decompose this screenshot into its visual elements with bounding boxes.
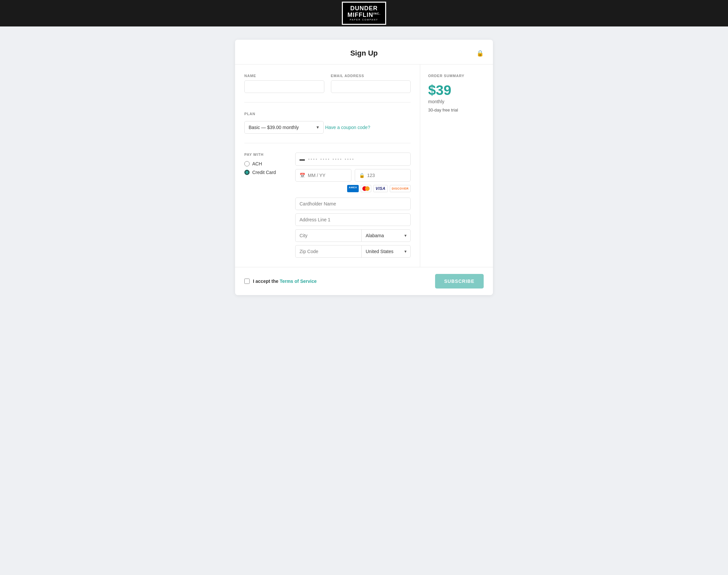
ach-option[interactable]: ACH xyxy=(244,161,287,166)
form-footer: I accept the Terms of Service SUBSCRIBE xyxy=(235,267,493,295)
card-number-row: ▬ •••• •••• •••• •••• xyxy=(295,153,411,166)
city-input[interactable] xyxy=(295,229,361,242)
payment-fields: ▬ •••• •••• •••• •••• 📅 🔒 xyxy=(295,153,411,258)
card-number-placeholder: •••• •••• •••• •••• xyxy=(308,157,355,162)
ach-label: ACH xyxy=(252,161,262,166)
discover-logo: DISCOVER xyxy=(390,185,411,192)
terms-link[interactable]: Terms of Service xyxy=(280,278,317,284)
card-logos-row: AMEX VISA DISCOVER xyxy=(295,185,411,192)
pay-section: PAY WITH ACH Credit Card ▬ xyxy=(244,153,411,258)
order-summary-panel: ORDER SUMMARY $39 monthly 30-day free tr… xyxy=(420,65,493,267)
cardholder-name-input[interactable] xyxy=(295,198,411,210)
pay-options: PAY WITH ACH Credit Card xyxy=(244,153,287,258)
logo-line2: MIFFLININC. xyxy=(348,12,380,19)
visa-logo: VISA xyxy=(373,185,388,192)
name-email-row: NAME EMAIL ADDRESS xyxy=(244,74,411,103)
ach-radio[interactable] xyxy=(244,161,250,166)
lock-small-icon: 🔒 xyxy=(359,173,365,178)
terms-text: I accept the Terms of Service xyxy=(253,278,317,284)
zip-country-row: United States Canada United Kingdom ▼ xyxy=(295,245,411,258)
expiry-field: 📅 xyxy=(295,169,352,182)
zip-input[interactable] xyxy=(295,245,361,258)
expiry-input[interactable] xyxy=(308,173,347,178)
mc-right-circle xyxy=(365,186,370,191)
amex-logo: AMEX xyxy=(347,185,359,192)
free-trial-text: 30-day free trial xyxy=(428,107,485,112)
terms-row: I accept the Terms of Service xyxy=(244,278,317,284)
mastercard-logo xyxy=(361,185,371,192)
expiry-cvv-row: 📅 🔒 xyxy=(295,169,411,182)
name-input[interactable] xyxy=(244,80,324,93)
form-header: Sign Up 🔒 xyxy=(235,40,493,65)
country-select-wrapper: United States Canada United Kingdom ▼ xyxy=(361,245,411,258)
billing-fields: Alabama Alaska Arizona California ▼ xyxy=(295,198,411,258)
email-field-group: EMAIL ADDRESS xyxy=(331,74,411,93)
terms-checkbox[interactable] xyxy=(244,278,250,284)
cvv-field: 🔒 xyxy=(355,169,411,182)
credit-card-radio[interactable] xyxy=(244,170,250,175)
name-field-group: NAME xyxy=(244,74,324,93)
top-bar: DUNDER MIFFLININC. PAPER COMPANY xyxy=(0,0,728,27)
calendar-icon: 📅 xyxy=(299,173,305,178)
credit-card-option[interactable]: Credit Card xyxy=(244,170,287,175)
lock-icon: 🔒 xyxy=(476,49,484,57)
address-input[interactable] xyxy=(295,213,411,226)
name-label: NAME xyxy=(244,74,324,78)
state-select-wrapper: Alabama Alaska Arizona California ▼ xyxy=(361,229,411,242)
card-icon: ▬ xyxy=(299,156,305,162)
email-label: EMAIL ADDRESS xyxy=(331,74,411,78)
cvv-input[interactable] xyxy=(367,173,407,178)
form-body: NAME EMAIL ADDRESS PLAN Basic — $39.00 m… xyxy=(235,65,493,267)
plan-select[interactable]: Basic — $39.00 monthly Professional — $7… xyxy=(244,121,324,134)
credit-card-label: Credit Card xyxy=(252,170,276,175)
form-left: NAME EMAIL ADDRESS PLAN Basic — $39.00 m… xyxy=(235,65,420,267)
logo: DUNDER MIFFLININC. PAPER COMPANY xyxy=(342,2,386,25)
plan-label: PLAN xyxy=(244,112,411,116)
email-input[interactable] xyxy=(331,80,411,93)
pay-with-label: PAY WITH xyxy=(244,153,287,157)
plan-section: PLAN Basic — $39.00 monthly Professional… xyxy=(244,112,411,143)
signup-card: Sign Up 🔒 NAME EMAIL ADDRESS xyxy=(235,40,493,295)
form-title: Sign Up xyxy=(350,49,377,58)
order-summary-label: ORDER SUMMARY xyxy=(428,74,485,78)
city-state-row: Alabama Alaska Arizona California ▼ xyxy=(295,229,411,242)
plan-select-wrapper: Basic — $39.00 monthly Professional — $7… xyxy=(244,121,324,134)
country-select[interactable]: United States Canada United Kingdom xyxy=(361,245,411,258)
logo-line1: DUNDER xyxy=(348,5,380,12)
logo-sub: PAPER COMPANY xyxy=(348,19,380,21)
price-frequency: monthly xyxy=(428,99,485,104)
state-select[interactable]: Alabama Alaska Arizona California xyxy=(361,229,411,242)
page-content: Sign Up 🔒 NAME EMAIL ADDRESS xyxy=(0,27,728,308)
subscribe-button[interactable]: SUBSCRIBE xyxy=(435,274,484,289)
coupon-link[interactable]: Have a coupon code? xyxy=(325,125,370,130)
price-amount: $39 xyxy=(428,82,485,98)
